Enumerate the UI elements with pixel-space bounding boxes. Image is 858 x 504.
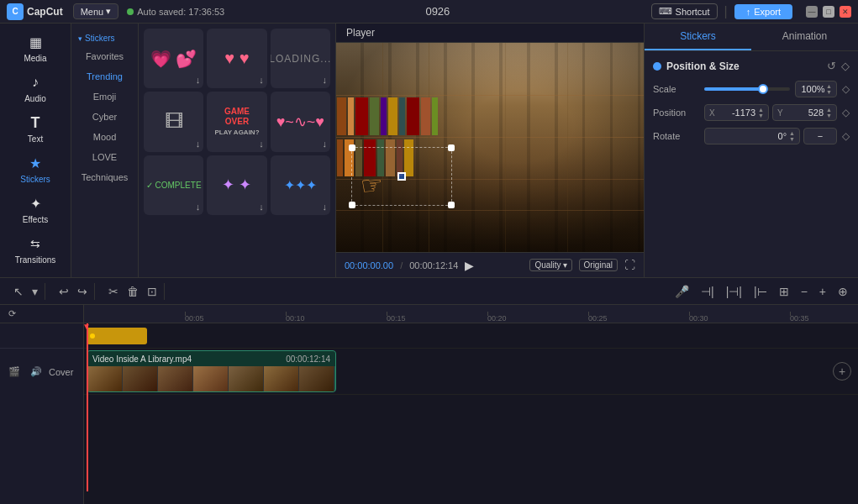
logo-text: CapCut: [27, 6, 63, 18]
sticker-item-stars[interactable]: ✦✦✦ ↓: [271, 155, 330, 215]
position-x-field[interactable]: X -1173 ▲▼: [704, 104, 769, 121]
scale-reset-button[interactable]: ◇: [842, 83, 850, 95]
select-dropdown-button[interactable]: ▾: [29, 283, 41, 300]
delete-button[interactable]: 🗑: [124, 283, 142, 300]
resize-handle-tr[interactable]: [448, 144, 455, 151]
toolbar-transitions[interactable]: ⇆ Transitions: [2, 230, 69, 269]
sticker-item-complete[interactable]: ✓ COMPLETE ↓: [144, 155, 203, 215]
close-button[interactable]: ✕: [840, 6, 851, 18]
player-controls: 00:00:00.00 / 00:00:12:14 ▶ Quality ▾ Or…: [336, 252, 644, 277]
tl-add-button[interactable]: +: [833, 362, 851, 381]
toolbar-audio[interactable]: ♪ Audio: [2, 69, 69, 108]
tab-stickers[interactable]: Stickers: [645, 24, 751, 50]
reset-icon[interactable]: ↺: [827, 60, 836, 72]
undo-button[interactable]: ↩: [55, 283, 72, 300]
sidebar-item-cyber[interactable]: Cyber: [71, 107, 138, 127]
toolbar-text[interactable]: T Text: [2, 109, 69, 148]
rotate-minus-field[interactable]: −: [803, 128, 837, 144]
scale-slider[interactable]: [704, 87, 790, 91]
download-icon: ↓: [196, 202, 201, 212]
add-media-button[interactable]: ⊕: [834, 283, 851, 300]
sidebar-item-trending[interactable]: Trending: [71, 66, 138, 87]
history-tools: ↩ ↪: [52, 283, 95, 300]
quality-button[interactable]: Quality ▾: [529, 259, 571, 271]
maximize-button[interactable]: □: [823, 6, 834, 18]
section-icons: ↺ ◇: [827, 60, 850, 72]
position-y-field[interactable]: Y 528 ▲▼: [772, 104, 837, 121]
position-row: Position X -1173 ▲▼ Y 528 ▲▼ ◇: [653, 104, 850, 121]
export-button[interactable]: ↑ Export: [734, 4, 792, 19]
tl-video-icon[interactable]: 🎬: [5, 365, 24, 379]
sticker-item-film[interactable]: 🎞 ↓: [144, 92, 203, 151]
shortcut-button[interactable]: ⌨ Shortcut: [651, 3, 718, 19]
tl-video-track: Video Inside A Library.mp4 00:00:12:14: [84, 349, 858, 395]
resize-handle-tl[interactable]: [349, 144, 355, 151]
fit-left-button[interactable]: ⊣|: [697, 283, 718, 300]
tab-animation[interactable]: Animation: [751, 24, 858, 50]
timeline-main: 00:05 00:10 00:15 00:20 00:25 00:30: [84, 305, 858, 504]
sidebar-item-love[interactable]: LOVE: [71, 147, 138, 167]
zoom-in-button[interactable]: +: [816, 283, 829, 300]
toolbar-effects[interactable]: ✦ Effects: [2, 190, 69, 228]
play-button[interactable]: ▶: [465, 259, 474, 272]
main-area: ▦ Media ♪ Audio T Text ★ Stickers ✦ Effe…: [0, 24, 858, 277]
scale-value-box[interactable]: 100% ▲▼: [795, 81, 837, 97]
toolbar-media[interactable]: ▦ Media: [2, 29, 69, 67]
rotate-arrows: ▲▼: [789, 130, 795, 142]
fullscreen-button[interactable]: ⛶: [624, 259, 635, 271]
sticker-item-hearts[interactable]: 💗 💕 ↓: [144, 29, 203, 88]
text-icon: T: [26, 113, 45, 132]
tl-thumb-4: [193, 366, 229, 391]
select-tool-button[interactable]: ↖: [10, 283, 27, 300]
sticker-item-heartbeat[interactable]: ♥~∿~♥ ↓: [271, 92, 330, 151]
scale-arrows: ▲▼: [826, 83, 832, 95]
sidebar-item-mood[interactable]: Mood: [71, 127, 138, 147]
rotate-inputs: 0° ▲▼ −: [704, 128, 837, 144]
sticker-item-gameover[interactable]: GAMEOVERPLAY AGAIN? ↓: [207, 92, 266, 151]
mirror-button[interactable]: ⊡: [144, 283, 161, 300]
tl-thumb-6: [264, 366, 299, 391]
link-button[interactable]: ⊞: [776, 283, 792, 300]
split-button[interactable]: ✂: [105, 283, 122, 300]
sidebar-item-favorites[interactable]: Favorites: [71, 46, 138, 66]
tl-video-clip[interactable]: Video Inside A Library.mp4 00:00:12:14: [87, 350, 336, 392]
ruler-tick-0015: 00:15: [387, 314, 406, 323]
zoom-out-button[interactable]: −: [797, 283, 811, 300]
resize-handle-bl[interactable]: [349, 202, 355, 208]
stickers-panel: ▾ Stickers Favorites Trending Emoji Cybe…: [71, 24, 335, 277]
position-reset-button[interactable]: ◇: [842, 107, 850, 118]
ruler-tick-0005: 00:05: [185, 314, 204, 323]
diamond-icon[interactable]: ◇: [841, 60, 850, 72]
tl-sticker-clip[interactable]: [87, 328, 147, 344]
tl-history-button[interactable]: ⟳: [5, 307, 19, 321]
toolbar-stickers[interactable]: ★ Stickers: [2, 150, 69, 188]
project-name: 0926: [224, 5, 650, 18]
fit-right-button[interactable]: |⊢: [750, 283, 771, 300]
resize-handle-br[interactable]: [448, 202, 455, 208]
rotate-reset-button[interactable]: ◇: [842, 130, 850, 142]
position-xy-inputs: X -1173 ▲▼ Y 528 ▲▼: [704, 104, 837, 121]
redo-button[interactable]: ↪: [74, 283, 91, 300]
position-label: Position: [653, 108, 699, 118]
toolbar-filters[interactable]: ⊞ Filters: [2, 270, 69, 277]
rotate-value-field[interactable]: 0° ▲▼: [704, 128, 800, 144]
tl-audio-icon[interactable]: 🔊: [27, 365, 45, 379]
rotation-handle[interactable]: [397, 172, 406, 181]
position-size-section: Position & Size ↺ ◇: [653, 60, 850, 72]
sticker-item-hearts-falling[interactable]: ♥ ♥ ↓: [207, 29, 266, 88]
original-badge: Original: [579, 259, 618, 271]
timeline: ↖ ▾ ↩ ↪ ✂ 🗑 ⊡ 🎤 ⊣| |⊣| |⊢ ⊞ − + ⊕: [0, 277, 858, 504]
ruler-tick-0020: 00:20: [487, 314, 507, 323]
sidebar-item-emoji[interactable]: Emoji: [71, 87, 138, 107]
sidebar-item-techniques[interactable]: Techniques: [71, 167, 138, 187]
topbar-right: ⌨ Shortcut | ↑ Export — □ ✕: [651, 3, 851, 19]
sticker-item-sparkles[interactable]: ✦ ✦ ↓: [207, 155, 266, 215]
menu-button[interactable]: Menu ▾: [73, 3, 119, 19]
right-content: Position & Size ↺ ◇ Scale 100% ▲▼: [645, 51, 858, 277]
mic-button[interactable]: 🎤: [671, 283, 692, 300]
sticker-item-loading[interactable]: LOADING... ↓: [271, 29, 330, 88]
logo-icon: C: [7, 3, 24, 20]
minimize-button[interactable]: —: [806, 6, 818, 18]
timeline-body: ⟳ 🎬 🔊 Cover 00:05 00:10: [0, 305, 858, 504]
fit-center-button[interactable]: |⊣|: [723, 283, 745, 300]
